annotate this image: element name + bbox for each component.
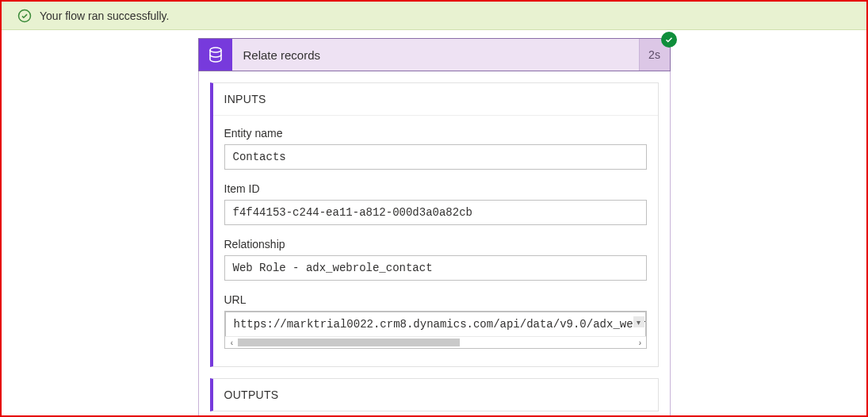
field-url: URL https://marktrial0022.crm8.dynamics.… (224, 293, 647, 349)
field-label: Item ID (224, 182, 647, 195)
scroll-thumb[interactable] (238, 339, 461, 346)
field-value[interactable]: Web Role - adx_webrole_contact (224, 255, 647, 281)
field-label: URL (224, 293, 647, 306)
field-label: Relationship (224, 238, 647, 251)
action-title: Relate records (232, 39, 640, 71)
status-success-icon (661, 32, 677, 48)
inputs-section-header[interactable]: INPUTS (213, 83, 658, 115)
scroll-track[interactable] (238, 337, 635, 348)
scroll-right-icon[interactable]: › (635, 337, 646, 348)
action-body: INPUTS Entity name Contacts Item ID f4f4… (198, 71, 671, 417)
field-label: Entity name (224, 127, 647, 140)
horizontal-scrollbar[interactable]: ‹ › (225, 336, 646, 348)
svg-point-0 (19, 10, 31, 21)
field-value[interactable]: Contacts (224, 144, 647, 170)
action-card: Relate records 2s INPUTS Entity name Con… (198, 38, 671, 417)
scroll-left-icon[interactable]: ‹ (227, 337, 238, 348)
svg-point-1 (210, 48, 221, 52)
outputs-section: OUTPUTS (210, 378, 659, 411)
database-icon (199, 39, 232, 71)
success-check-icon (17, 9, 32, 23)
field-value[interactable]: f4f44153-c244-ea11-a812-000d3a0a82cb (224, 200, 647, 225)
field-entity-name: Entity name Contacts (224, 127, 647, 170)
field-item-id: Item ID f4f44153-c244-ea11-a812-000d3a0a… (224, 182, 647, 225)
action-header[interactable]: Relate records 2s (198, 38, 671, 71)
field-relationship: Relationship Web Role - adx_webrole_cont… (224, 238, 647, 281)
success-banner: Your flow ran successfully. (2, 2, 866, 30)
field-value[interactable]: https://marktrial0022.crm8.dynamics.com/… (225, 312, 646, 336)
outputs-section-header[interactable]: OUTPUTS (213, 379, 658, 411)
inputs-section: INPUTS Entity name Contacts Item ID f4f4… (210, 82, 659, 367)
chevron-down-icon[interactable]: ▾ (633, 316, 644, 327)
success-message: Your flow ran successfully. (40, 10, 169, 22)
